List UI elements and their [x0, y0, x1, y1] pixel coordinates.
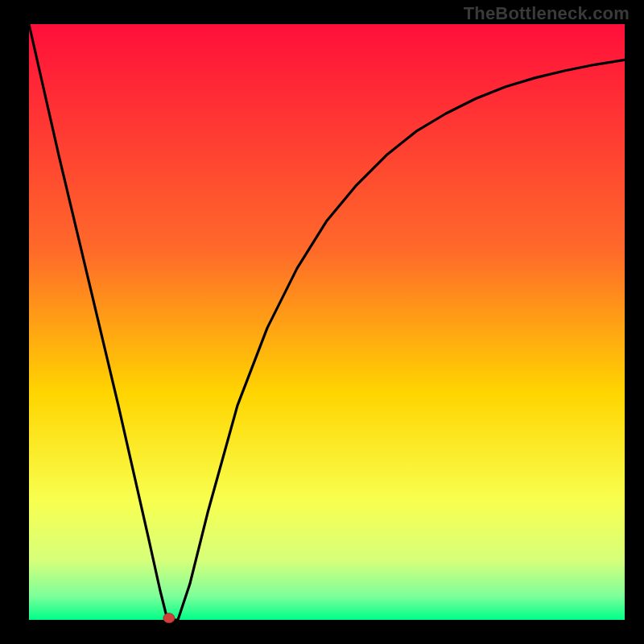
optimal-point-marker	[163, 613, 175, 623]
attribution-label: TheBottleneck.com	[464, 3, 630, 24]
chart-frame: TheBottleneck.com	[0, 0, 644, 644]
bottleneck-chart	[0, 0, 644, 644]
gradient-background	[29, 24, 625, 620]
